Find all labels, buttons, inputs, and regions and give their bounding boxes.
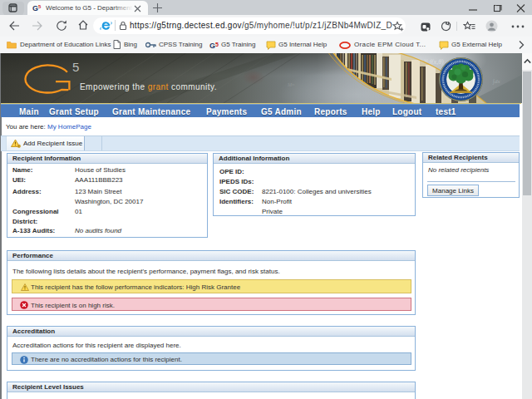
svg-text:Empowering the grant community: Empowering the grant community. bbox=[80, 82, 217, 91]
svg-text:∫dx: ∫dx bbox=[492, 78, 500, 85]
svg-text:M≈: M≈ bbox=[287, 82, 295, 87]
svg-text:5: 5 bbox=[72, 60, 79, 74]
